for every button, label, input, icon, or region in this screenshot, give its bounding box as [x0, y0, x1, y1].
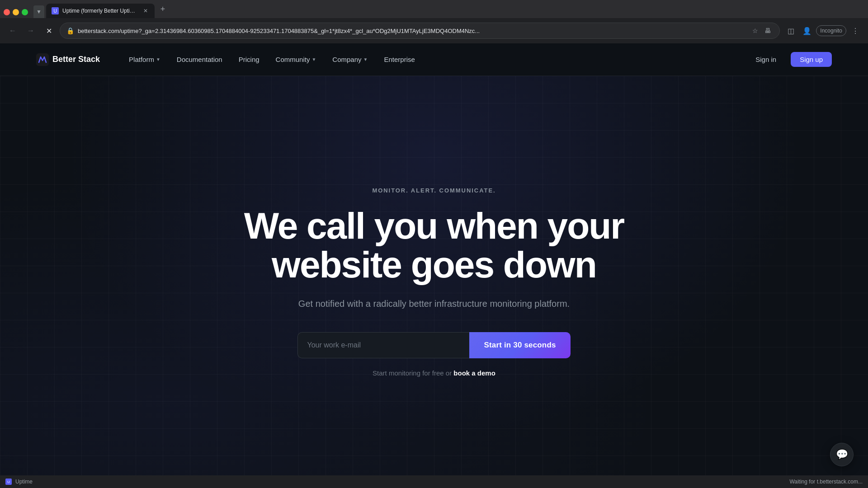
nav-documentation[interactable]: Documentation	[170, 52, 230, 67]
nav-enterprise-label: Enterprise	[384, 56, 415, 63]
extensions-button[interactable]: ◫	[783, 23, 798, 38]
nav-platform[interactable]: Platform ▼	[122, 52, 168, 67]
window-close-button[interactable]	[4, 9, 10, 15]
logo-text: Better Stack	[52, 55, 100, 64]
back-button[interactable]: ←	[5, 23, 20, 38]
tab-favicon-text: U	[53, 9, 57, 14]
chat-icon: 💬	[836, 449, 848, 460]
nav-community-label: Community	[276, 56, 310, 63]
hero-title: We call you when your website goes down	[244, 206, 624, 284]
hero-tagline: MONITOR. ALERT. COMMUNICATE.	[372, 187, 495, 194]
tab-bar: ▼ U Uptime (formerly Better Uptim... ✕ +	[0, 0, 868, 18]
signup-button[interactable]: Sign up	[791, 52, 832, 67]
lock-icon: 🔒	[66, 27, 74, 34]
new-tab-button[interactable]: +	[156, 3, 169, 15]
status-tab-label: Uptime	[15, 479, 33, 485]
hero-form: Start in 30 seconds	[297, 332, 570, 358]
hero-footer-text: Start monitoring for free or book a demo	[373, 369, 495, 377]
hero-title-line2: website goes down	[272, 244, 596, 285]
hero-title-line1: We call you when your	[244, 205, 624, 246]
incognito-label: Incognito	[816, 25, 846, 36]
site-nav: Better Stack Platform ▼ Documentation Pr…	[0, 43, 868, 76]
logo-icon	[36, 53, 49, 66]
status-loading-text: Waiting for t.betterstack.com...	[789, 479, 863, 485]
cta-button[interactable]: Start in 30 seconds	[469, 332, 570, 358]
address-bar[interactable]: 🔒 betterstack.com/uptime?_ga=2.31436984.…	[60, 23, 780, 39]
nav-auth: Sign in Sign up	[746, 52, 832, 67]
nav-company-label: Company	[332, 56, 361, 63]
signin-button[interactable]: Sign in	[746, 52, 785, 67]
tab-title: Uptime (formerly Better Uptim...	[62, 8, 138, 14]
nav-community[interactable]: Community ▼	[269, 52, 324, 67]
website-content: Better Stack Platform ▼ Documentation Pr…	[0, 43, 868, 488]
more-options-button[interactable]: ⋮	[848, 23, 863, 38]
hero-section: MONITOR. ALERT. COMMUNICATE. We call you…	[0, 76, 868, 488]
tab-list-button[interactable]: ▼	[33, 5, 44, 18]
platform-arrow-icon: ▼	[156, 57, 160, 62]
bookmark-button[interactable]: ☆	[750, 25, 760, 36]
book-demo-link[interactable]: book a demo	[453, 369, 495, 377]
email-input[interactable]	[297, 332, 469, 358]
browser-chrome: ▼ U Uptime (formerly Better Uptim... ✕ +…	[0, 0, 868, 43]
address-bar-actions: ☆ 🖶	[750, 25, 773, 36]
nav-enterprise[interactable]: Enterprise	[377, 52, 422, 67]
tab-close-button[interactable]: ✕	[142, 7, 149, 14]
reload-button[interactable]: ✕	[42, 23, 56, 38]
profile-button[interactable]: 👤	[800, 23, 814, 38]
window-minimize-button[interactable]	[13, 9, 19, 15]
tab-favicon: U	[52, 7, 59, 14]
company-arrow-icon: ▼	[363, 57, 368, 62]
nav-links: Platform ▼ Documentation Pricing Communi…	[122, 52, 746, 67]
community-arrow-icon: ▼	[311, 57, 316, 62]
active-tab[interactable]: U Uptime (formerly Better Uptim... ✕	[46, 4, 155, 18]
forward-button[interactable]: →	[24, 23, 38, 38]
status-favicon: U	[5, 479, 12, 485]
browser-toolbar: ← → ✕ 🔒 betterstack.com/uptime?_ga=2.314…	[0, 18, 868, 43]
hero-subtitle: Get notified with a radically better inf…	[298, 297, 570, 310]
status-bar: U Uptime Waiting for t.betterstack.com..…	[0, 475, 868, 488]
nav-documentation-label: Documentation	[177, 56, 222, 63]
nav-platform-label: Platform	[129, 56, 154, 63]
url-text: betterstack.com/uptime?_ga=2.31436984.60…	[78, 28, 746, 34]
desktop-button[interactable]: 🖶	[762, 25, 773, 36]
site-logo[interactable]: Better Stack	[36, 53, 100, 66]
toolbar-actions: ◫ 👤 Incognito ⋮	[783, 23, 863, 38]
chat-button[interactable]: 💬	[830, 443, 854, 466]
nav-company[interactable]: Company ▼	[325, 52, 375, 67]
hero-footer-plain-text: Start monitoring for free or	[373, 369, 453, 377]
nav-pricing-label: Pricing	[239, 56, 259, 63]
window-maximize-button[interactable]	[22, 9, 28, 15]
nav-pricing[interactable]: Pricing	[231, 52, 267, 67]
